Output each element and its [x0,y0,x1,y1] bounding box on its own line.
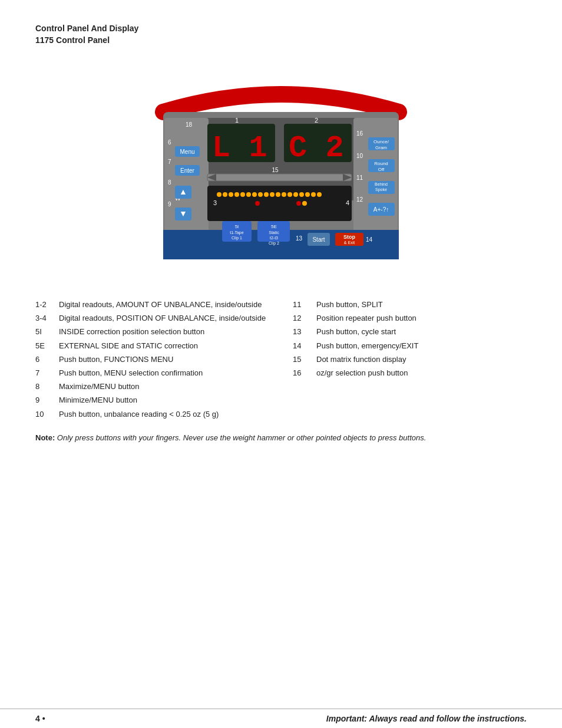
list-item: 12Position repeater push button [293,313,527,324]
legend-text: Digital readouts, POSITION OF UNBALANCE,… [59,313,266,324]
svg-rect-16 [207,186,352,221]
svg-point-25 [264,192,269,197]
list-item: 5EEXTERNAL SIDE and STATIC correction [35,341,269,351]
section-title-2: 1175 Control Panel [35,35,527,45]
svg-text:C 2: C 2 [289,131,344,166]
legend-num: 5I [35,327,54,337]
svg-text:t1-Tape: t1-Tape [230,230,243,235]
svg-text:Static: Static [269,230,279,235]
svg-point-21 [240,192,245,197]
legend-num: 12 [293,313,312,324]
svg-point-22 [246,192,251,197]
legend-num: 3-4 [35,313,54,324]
svg-text:11: 11 [356,174,363,181]
svg-text:10: 10 [356,153,363,159]
legend-num: 13 [293,327,312,337]
legend-num: 5E [35,341,54,351]
svg-text:Menu: Menu [180,149,194,155]
svg-text:Clip 1: Clip 1 [232,236,242,241]
list-item: 10Push button, unbalance reading < 0.25 … [35,409,269,420]
list-item: 3-4Digital readouts, POSITION OF UNBALAN… [35,313,269,324]
legend-text: Position repeater push button [316,313,416,324]
svg-point-26 [270,192,275,197]
legend-num: 9 [35,395,54,406]
svg-text:18: 18 [186,121,193,128]
legend-num: 11 [293,299,312,310]
list-item: 6Push button, FUNCTIONS MENU [35,354,269,365]
svg-text:Gram: Gram [375,145,387,150]
legend-text: EXTERNAL SIDE and STATIC correction [59,341,198,351]
note-section: Note: Only press buttons with your finge… [35,433,527,442]
svg-text:L 1: L 1 [212,131,267,166]
footer-page-number: 4 • [35,714,45,723]
legend-text: Minimize/MENU button [59,395,137,406]
page-footer: 4 • Important: Always read and follow th… [0,709,562,728]
svg-point-23 [252,192,257,197]
svg-text:Round: Round [374,161,388,166]
legend-text: Push button, cycle start [316,327,396,337]
svg-point-33 [305,192,310,197]
legend-section: 1-2Digital readouts, AMOUNT OF UNBALANCE… [35,299,527,423]
legend-num: 1-2 [35,299,54,310]
svg-point-29 [255,201,260,206]
svg-text:Enter: Enter [180,167,195,174]
svg-text:15: 15 [272,167,279,173]
svg-text:Stop: Stop [343,234,355,240]
svg-text:▼: ▼ [179,209,187,218]
svg-text:A+-?↑: A+-?↑ [373,206,389,213]
note-label: Note: [35,433,55,442]
control-panel-diagram: L 1 C 2 1 2 18 W 15 [35,59,527,283]
list-item: 9Minimize/MENU button [35,395,269,406]
list-item: 5IINSIDE correction position selection b… [35,327,269,337]
section-title-1: Control Panel And Display [35,24,527,33]
svg-text:5E: 5E [271,224,277,229]
legend-num: 16 [293,368,312,378]
legend-text: oz/gr selection push button [316,368,408,378]
svg-point-30 [287,192,292,197]
svg-point-37 [302,201,307,206]
svg-text:Start: Start [312,236,325,243]
svg-point-20 [234,192,239,197]
note-body: Only press buttons with your fingers. Ne… [55,433,426,442]
svg-text:12: 12 [356,196,363,203]
svg-text:7: 7 [168,159,171,165]
svg-text:6: 6 [168,139,171,146]
list-item: 11Push button, SPLIT [293,299,527,310]
svg-text:3: 3 [213,199,217,206]
svg-point-31 [293,192,298,197]
legend-text: Push button, unbalance reading < 0.25 oz… [59,409,219,420]
svg-point-19 [229,192,233,197]
svg-text:Spoke: Spoke [375,187,387,192]
list-item: 13Push button, cycle start [293,327,527,337]
legend-text: Push button, MENU selection confirmation [59,368,203,378]
legend-num: 6 [35,354,54,365]
legend-text: Maximize/MENU button [59,381,140,392]
svg-text:16: 16 [356,130,363,137]
legend-num: 8 [35,381,54,392]
svg-text:8: 8 [168,179,171,186]
svg-point-34 [311,192,316,197]
svg-text:4: 4 [346,199,349,206]
svg-text:t2-t3: t2-t3 [270,236,278,240]
svg-point-18 [223,192,227,197]
svg-point-17 [217,192,222,197]
svg-text:Ounce/: Ounce/ [373,139,389,144]
legend-text: Digital readouts, AMOUNT OF UNBALANCE, i… [59,299,262,310]
legend-text: Push button, SPLIT [316,299,383,310]
legend-text: Push button, emergency/EXIT [316,341,418,351]
svg-point-35 [317,192,322,197]
svg-text:13: 13 [296,235,303,242]
svg-text:Clip 2: Clip 2 [269,241,279,246]
svg-point-36 [296,201,301,206]
list-item: 15Dot matrix function display [293,354,527,365]
legend-text: Push button, FUNCTIONS MENU [59,354,173,365]
svg-text:5I: 5I [235,224,239,229]
legend-num: 7 [35,368,54,378]
legend-num: 10 [35,409,54,420]
svg-text:1: 1 [235,117,239,124]
svg-point-28 [282,192,286,197]
svg-text:Behind: Behind [375,182,388,186]
svg-rect-41 [163,253,399,259]
legend-text: INSIDE correction position selection but… [59,327,204,337]
legend-col-right: 11Push button, SPLIT12Position repeater … [293,299,527,423]
